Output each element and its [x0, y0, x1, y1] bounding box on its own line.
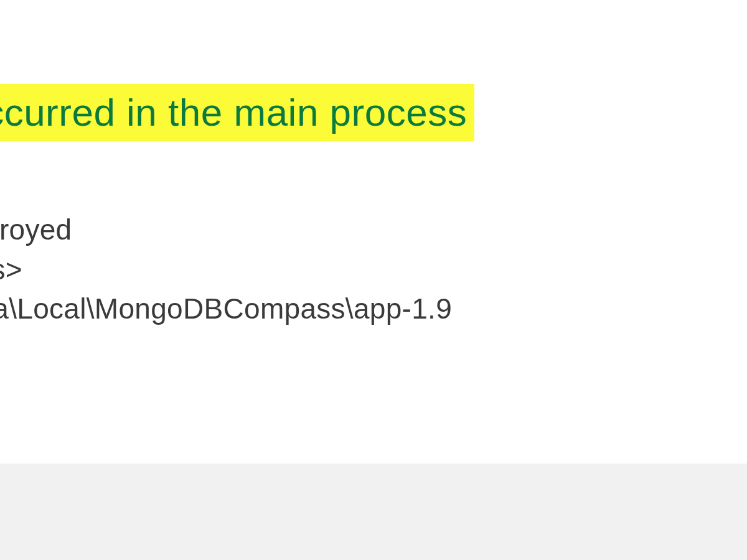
error-line-3: onymous> — [0, 250, 747, 289]
dialog-footer-strip — [0, 464, 747, 560]
error-line-2: een destroyed — [0, 210, 747, 250]
error-title-highlight: rror occurred in the main process — [0, 84, 474, 141]
dialog-content: rror occurred in the main process n: een… — [0, 84, 747, 329]
error-title-text: rror occurred in the main process — [0, 84, 474, 141]
error-line-4-path: \AppData\Local\MongoDBCompass\app-1.9 — [0, 289, 747, 329]
error-line-1: n: — [0, 171, 747, 210]
error-dialog: rror occurred in the main process n: een… — [0, 0, 747, 560]
error-message-body: n: een destroyed onymous> \AppData\Local… — [0, 171, 747, 329]
